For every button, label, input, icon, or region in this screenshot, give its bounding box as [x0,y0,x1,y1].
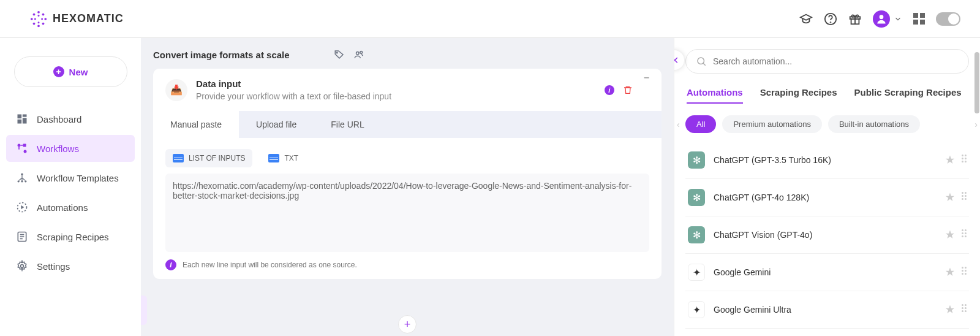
workflow-title: Convert image formats at scale [153,50,290,60]
theme-toggle[interactable] [936,12,960,26]
share-icon[interactable] [353,49,364,60]
input-mode-tabs: Manual paste Upload file File URL [153,111,662,138]
sidebar-item-label: Settings [37,261,70,272]
data-input-textarea[interactable] [165,174,649,252]
data-input-card: 📥 Data input Provide your workflow with … [153,69,662,279]
svg-point-8 [38,14,40,16]
svg-point-33 [360,51,362,53]
avatar [873,10,890,28]
input-type-txt[interactable]: TXT [261,149,306,167]
automation-list: ✻ ChatGPT (GPT-3.5 Turbo 16K) ✻ ChatGPT … [685,142,969,329]
help-icon[interactable] [824,12,837,26]
sidebar-item-templates[interactable]: Workflow Templates [6,164,135,191]
tab-manual-paste[interactable]: Manual paste [153,111,239,138]
close-panel-button[interactable]: ✕ [674,50,684,70]
automation-item[interactable]: ✦ Google Gemini [685,254,969,291]
new-button-label: New [69,67,88,77]
automations-icon [16,201,28,213]
sidebar-item-settings[interactable]: Settings [6,253,135,280]
panel-tabs: Automations Scraping Recipes Public Scra… [687,87,968,104]
star-icon[interactable] [944,155,956,166]
workflow-title-row: Convert image formats at scale [153,45,662,69]
new-button[interactable]: + New [14,56,127,87]
gemini-icon: ✦ [688,264,705,281]
svg-rect-17 [18,115,22,119]
delete-icon[interactable] [623,85,633,95]
pill-premium[interactable]: Premium automations [722,115,821,133]
card-title: Data input [196,78,391,89]
tag-icon[interactable] [334,49,345,60]
drag-handle-icon[interactable] [962,229,967,240]
minimize-icon[interactable]: − [644,72,649,83]
pill-all[interactable]: All [685,115,716,133]
sidebar-item-recipes[interactable]: Scraping Recipes [6,223,135,250]
svg-point-22 [24,150,27,153]
star-icon[interactable] [944,192,956,203]
sidebar-item-label: Workflows [37,143,79,154]
svg-point-6 [33,22,36,25]
collapse-handle[interactable] [141,296,147,325]
drag-handle-icon[interactable] [962,155,967,166]
svg-point-34 [698,58,704,64]
svg-point-5 [42,13,45,15]
pill-builtin[interactable]: Built-in automations [828,115,920,133]
brand-name: HEXOMATIC [53,12,124,25]
apps-icon[interactable] [913,13,925,25]
panel-tab-public[interactable]: Public Scraping Recipes [854,87,962,104]
pill-scroll-left[interactable]: ‹ [677,120,680,129]
svg-point-25 [18,180,20,182]
gift-icon[interactable] [848,12,862,26]
automation-item[interactable]: ✻ ChatGPT (GPT-4o 128K) [685,179,969,216]
search-box[interactable] [685,49,969,74]
list-icon [173,154,184,162]
pill-scroll-right[interactable]: › [974,120,978,129]
sidebar-item-label: Scraping Recipes [37,232,109,242]
automation-item[interactable]: ✦ Google Gemini Ultra [685,291,969,329]
svg-point-2 [31,18,33,20]
svg-point-16 [880,15,884,19]
chatgpt-icon: ✻ [688,151,705,169]
svg-rect-20 [18,120,22,124]
data-input-icon: 📥 [165,79,187,101]
input-hint: i Each new line input will be considered… [153,259,662,279]
txt-icon [268,154,279,162]
drag-handle-icon[interactable] [962,267,967,278]
svg-point-21 [18,144,21,147]
gear-icon [16,260,28,272]
tab-upload-file[interactable]: Upload file [239,111,314,138]
svg-point-32 [356,52,359,55]
search-input[interactable] [713,56,959,66]
panel-tab-automations[interactable]: Automations [687,87,743,104]
star-icon[interactable] [944,267,956,278]
add-step-button[interactable]: + [398,315,417,334]
svg-rect-18 [23,115,27,117]
tab-file-url[interactable]: File URL [314,111,381,138]
drag-handle-icon[interactable] [962,192,967,203]
svg-point-1 [37,25,40,27]
star-icon[interactable] [944,229,956,240]
automation-item[interactable]: ✻ ChatGPT Vision (GPT-4o) [685,216,969,254]
input-type-list[interactable]: LIST OF INPUTS [165,149,252,167]
user-menu[interactable] [873,10,902,28]
logo-icon [29,10,48,28]
svg-point-0 [37,10,40,13]
star-icon[interactable] [944,304,956,315]
sidebar-item-dashboard[interactable]: Dashboard [6,105,135,132]
app-header: HEXOMATIC [0,0,980,38]
filter-pills: ‹ All Premium automations Built-in autom… [685,115,969,133]
gemini-icon: ✦ [688,301,705,318]
workflows-icon [16,142,28,155]
panel-tab-scraping[interactable]: Scraping Recipes [760,87,837,104]
svg-point-11 [41,18,43,20]
drag-handle-icon[interactable] [962,304,967,315]
svg-point-26 [24,180,26,182]
info-icon[interactable]: i [605,85,614,95]
scrollbar[interactable] [974,52,979,113]
sidebar-item-automations[interactable]: Automations [6,194,135,221]
sidebar-item-workflows[interactable]: Workflows [6,135,135,162]
automation-item[interactable]: ✻ ChatGPT (GPT-3.5 Turbo 16K) [685,142,969,179]
templates-icon [16,172,28,184]
brand-logo[interactable]: HEXOMATIC [29,10,124,28]
academy-icon[interactable] [799,12,813,26]
chatgpt-icon: ✻ [688,226,705,243]
